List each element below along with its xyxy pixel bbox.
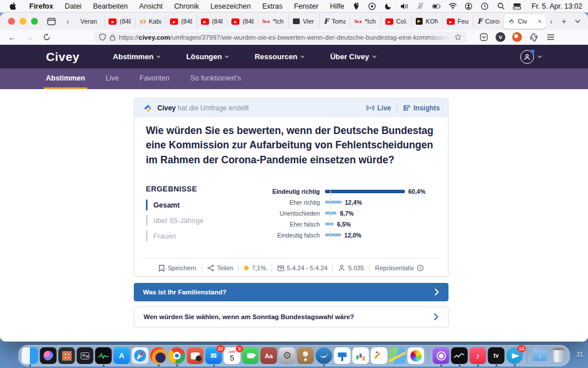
nav-abstimmen[interactable]: Abstimmen	[113, 52, 161, 61]
dock-firefox-icon[interactable]	[150, 347, 167, 364]
menu-ansicht[interactable]: Ansicht	[133, 2, 168, 10]
browser-tab[interactable]: Scz*Ich e	[350, 14, 380, 28]
url-text[interactable]: https://civey.com/umfragen/37997/wie-wur…	[119, 34, 451, 41]
subnav-so-funktioniert-s[interactable]: So funktioniert's	[190, 74, 241, 89]
pocket-extension-icon[interactable]	[479, 32, 489, 42]
list-tabs-button[interactable]	[571, 20, 585, 23]
user-circle-icon[interactable]	[465, 2, 473, 10]
dock-app-store-icon[interactable]: A	[114, 347, 130, 364]
dock-keynote-icon[interactable]	[334, 347, 351, 364]
sunday-question-banner[interactable]: Wen würden Sie wählen, wenn am Sonntag B…	[134, 306, 448, 327]
insights-link[interactable]: Insights	[403, 104, 440, 112]
record-icon[interactable]	[368, 2, 377, 10]
dock-podcasts-icon[interactable]	[433, 347, 450, 364]
battery-icon[interactable]	[432, 2, 441, 10]
bookmark-star-icon[interactable]	[454, 33, 462, 41]
account-menu[interactable]	[520, 50, 542, 64]
dock-facetime-icon[interactable]	[242, 347, 259, 364]
next-poll-banner[interactable]: Was ist Ihr Familienstand?	[134, 283, 448, 301]
browser-tab[interactable]: |OKaban	[135, 14, 165, 28]
back-button[interactable]: ←	[6, 33, 18, 42]
hamburger-menu-icon[interactable]	[546, 32, 555, 42]
dock-maps-icon[interactable]	[389, 347, 406, 364]
dock-dictionary-icon[interactable]: Aa	[261, 347, 277, 364]
subnav-favoriten[interactable]: Favoriten	[140, 74, 169, 89]
wifi-icon[interactable]	[448, 2, 457, 10]
browser-tab[interactable]: FCoron	[473, 14, 503, 28]
lock-icon[interactable]	[110, 34, 115, 41]
dock-safari-icon[interactable]	[132, 347, 149, 364]
zoom-window-button[interactable]	[31, 18, 38, 25]
tracking-protection-shield-icon[interactable]	[99, 33, 106, 41]
orange-extension-icon[interactable]	[512, 32, 522, 42]
browser-tab[interactable]: Scz*Ich e	[258, 14, 288, 28]
dock-telegram-icon[interactable]: 13	[506, 347, 523, 364]
close-tab-icon[interactable]: ×	[538, 18, 541, 25]
menu-lesezeichen[interactable]: Lesezeichen	[204, 2, 256, 10]
firefox-view-icon[interactable]	[44, 15, 59, 28]
dock-openoffice-icon[interactable]	[316, 347, 332, 364]
live-link[interactable]: Live	[366, 104, 391, 112]
browser-tab[interactable]: Civ×	[504, 14, 546, 29]
civey-logo[interactable]: Civey	[46, 50, 80, 64]
dock-chrome-icon[interactable]	[169, 347, 185, 364]
subnav-live[interactable]: Live	[106, 74, 119, 89]
segment-frauen[interactable]: Frauen	[146, 228, 261, 244]
dock-contacts-icon[interactable]	[297, 347, 314, 364]
dock-apple-tv-icon[interactable]: tv	[488, 347, 505, 364]
browser-tab[interactable]: ▶(8489	[104, 14, 134, 28]
browser-tab[interactable]: Veran	[74, 14, 104, 28]
browser-tab[interactable]: ▶Col. D	[381, 14, 411, 28]
puzzle-extension-icon[interactable]	[529, 32, 539, 42]
browser-tab[interactable]: ▶Feuer,	[442, 14, 473, 28]
apple-menu-icon[interactable]	[9, 2, 17, 10]
mic-off-icon[interactable]	[416, 2, 425, 10]
browser-tab[interactable]: FTomas	[319, 14, 350, 28]
nav-lösungen[interactable]: Lösungen	[186, 52, 229, 61]
menu-datei[interactable]: Datei	[59, 2, 87, 10]
forward-button[interactable]: →	[23, 33, 36, 42]
dock-mail-icon[interactable]: ✉22	[206, 347, 222, 364]
menu-chronik[interactable]: Chronik	[168, 2, 204, 10]
v-extension-icon[interactable]: V	[496, 32, 505, 42]
scroll-tabs-right-button[interactable]: ›	[546, 17, 557, 26]
layers-icon[interactable]	[513, 2, 521, 10]
moon-icon[interactable]	[384, 2, 393, 10]
segment-gesamt[interactable]: Gesamt	[146, 197, 261, 213]
dock-window-manager-icon[interactable]	[77, 347, 94, 364]
subnav-abstimmen[interactable]: Abstimmen	[46, 74, 85, 89]
dock-siri-icon[interactable]	[40, 347, 57, 364]
browser-tab[interactable]: KONT	[411, 14, 442, 28]
dock-finder-icon[interactable]	[22, 347, 38, 364]
volume-icon[interactable]	[400, 2, 409, 10]
clock-icon[interactable]	[481, 2, 489, 10]
search-icon[interactable]	[497, 2, 505, 10]
browser-tab[interactable]: ▶(8489	[196, 14, 227, 28]
dock-calendar-icon[interactable]: APR53	[224, 347, 241, 364]
reload-button[interactable]	[40, 33, 53, 41]
minimize-window-button[interactable]	[20, 18, 26, 25]
menu-bearbeiten[interactable]: Bearbeiten	[87, 2, 133, 10]
nav-über-civey[interactable]: Über Civey	[330, 52, 377, 61]
dock-activity-monitor-icon[interactable]	[95, 347, 112, 364]
new-tab-button[interactable]: +	[557, 17, 571, 26]
share-button[interactable]: Teilen	[207, 264, 234, 271]
menubar-clock[interactable]: Fr. 5. Apr. 13:02	[532, 2, 582, 10]
dock-stocks-icon[interactable]	[451, 347, 468, 364]
menu-fenster[interactable]: Fenster	[288, 2, 324, 10]
browser-tab[interactable]: ▶(8489	[227, 14, 257, 28]
browser-tab[interactable]: ▶(8489	[165, 14, 196, 28]
info-icon[interactable]	[417, 264, 424, 271]
dock-numbers-icon[interactable]	[353, 347, 369, 364]
dock-launchpad-icon[interactable]	[59, 347, 75, 364]
dock-trash-icon[interactable]	[550, 347, 567, 364]
dock-pages-icon[interactable]	[371, 347, 388, 364]
nav-ressourcen[interactable]: Ressourcen	[254, 52, 304, 61]
close-window-button[interactable]	[8, 18, 15, 25]
dock-downloads-folder-icon[interactable]: ↓	[532, 347, 548, 364]
segment-über-65-jährige[interactable]: über 65-Jährige	[146, 213, 261, 228]
menu-extras[interactable]: Extras	[257, 2, 288, 10]
dock-music-icon[interactable]: ♪	[470, 347, 486, 364]
dock-photo-booth-icon[interactable]	[187, 347, 204, 364]
dock-photos-icon[interactable]	[408, 347, 424, 364]
